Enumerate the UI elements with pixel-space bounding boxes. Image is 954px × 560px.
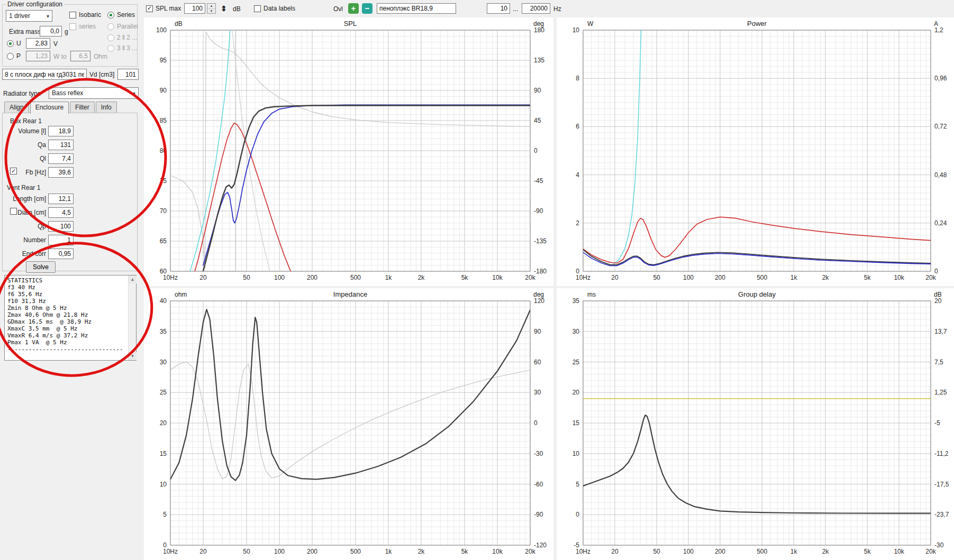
svg-text:0: 0 bbox=[576, 268, 579, 275]
length-input[interactable] bbox=[48, 194, 74, 204]
scroll-down-icon[interactable]: ▼ bbox=[129, 352, 137, 360]
statistics-line: --------------------------------- bbox=[7, 346, 126, 353]
enclosure-tab-panel: Box Rear 1 Volume [l] Qa Ql Fb [Hz] Vent… bbox=[2, 113, 138, 271]
isobaric-checkbox[interactable]: Isobaric bbox=[69, 11, 101, 19]
svg-text:60: 60 bbox=[160, 268, 167, 275]
statistics-line: f10 31,3 Hz bbox=[7, 298, 126, 305]
svg-text:2: 2 bbox=[576, 219, 579, 227]
svg-text:135: 135 bbox=[534, 57, 544, 64]
svg-text:-45: -45 bbox=[534, 177, 543, 185]
plus-icon: + bbox=[351, 4, 356, 13]
svg-text:1,25: 1,25 bbox=[934, 389, 947, 396]
svg-text:-90: -90 bbox=[534, 511, 543, 518]
three-parallel-radio[interactable]: 3 ‖ 3 ... bbox=[107, 44, 137, 52]
power-input[interactable] bbox=[26, 51, 50, 61]
driver-count-select[interactable]: 1 driver ▾ bbox=[6, 10, 52, 22]
fb-input[interactable] bbox=[48, 167, 74, 178]
svg-text:500: 500 bbox=[757, 274, 767, 281]
series-cone-excursion bbox=[232, 24, 277, 286]
series-impedance-phase bbox=[170, 362, 530, 479]
statistics-scrollbar[interactable]: ▲ ▼ bbox=[128, 276, 136, 360]
svg-text:Impedance: Impedance bbox=[333, 290, 367, 298]
statistics-content: STATISTICSf3 40 Hzf6 35,6 Hzf10 31,3 HzZ… bbox=[5, 276, 128, 360]
svg-text:1k: 1k bbox=[791, 548, 798, 555]
spl-max-checkbox[interactable]: SPL max bbox=[146, 5, 181, 12]
tab-align[interactable]: Align bbox=[4, 102, 29, 113]
svg-text:0,72: 0,72 bbox=[934, 123, 947, 130]
svg-text:180: 180 bbox=[534, 26, 544, 34]
length-label: Length [cm] bbox=[3, 195, 46, 203]
volume-input[interactable] bbox=[48, 126, 74, 136]
ql-label: Ql bbox=[3, 155, 46, 162]
two-parallel-radio[interactable]: 2 ‖ 2 ... bbox=[107, 34, 137, 41]
svg-text:-11,2: -11,2 bbox=[934, 450, 949, 457]
spl-max-input[interactable] bbox=[184, 3, 205, 14]
tab-filter[interactable]: Filter bbox=[70, 102, 95, 113]
qa-input[interactable] bbox=[48, 140, 74, 150]
parallel-radio[interactable]: Parallel bbox=[107, 23, 138, 30]
two-parallel-label: 2 ‖ 2 ... bbox=[117, 34, 137, 41]
svg-text:ms: ms bbox=[587, 291, 596, 298]
ql-input[interactable] bbox=[48, 153, 74, 164]
radiator-type-select[interactable]: Bass reflex ▾ bbox=[49, 87, 139, 99]
svg-text:-120: -120 bbox=[534, 541, 547, 549]
qp-input[interactable] bbox=[48, 221, 74, 232]
driver-name-input[interactable] bbox=[2, 69, 87, 80]
svg-text:50: 50 bbox=[243, 548, 250, 555]
data-labels-checkbox[interactable]: Data labels bbox=[254, 5, 295, 12]
power-ohm-unit: Ohm bbox=[94, 53, 107, 60]
endcorr-input[interactable] bbox=[48, 249, 74, 259]
svg-text:7,5: 7,5 bbox=[934, 359, 943, 366]
svg-text:100: 100 bbox=[274, 548, 285, 555]
freq-unit-label: Hz bbox=[553, 5, 561, 13]
scroll-up-icon[interactable]: ▲ bbox=[129, 276, 137, 283]
svg-text:20k: 20k bbox=[925, 274, 936, 281]
svg-text:5: 5 bbox=[576, 481, 579, 488]
extra-mass-input[interactable] bbox=[40, 26, 62, 36]
svg-text:100: 100 bbox=[683, 274, 694, 281]
overlay-name-input[interactable] bbox=[377, 3, 456, 14]
svg-text:30: 30 bbox=[534, 389, 541, 396]
svg-text:SPL: SPL bbox=[344, 20, 357, 27]
voltage-input[interactable] bbox=[26, 38, 50, 49]
svg-text:15: 15 bbox=[573, 419, 580, 427]
svg-text:1,2: 1,2 bbox=[934, 26, 943, 34]
power-to-label: W to bbox=[53, 53, 67, 60]
svg-text:Group delay: Group delay bbox=[738, 290, 776, 298]
svg-text:2k: 2k bbox=[418, 274, 425, 281]
svg-text:90: 90 bbox=[534, 87, 541, 94]
driver-count-value: 1 driver bbox=[9, 12, 30, 20]
solve-button[interactable]: Solve bbox=[26, 261, 56, 273]
series-impedance bbox=[170, 309, 530, 480]
series-radio[interactable]: Series bbox=[107, 11, 135, 19]
y-autoscale-button[interactable]: ⇕ bbox=[218, 3, 230, 14]
remove-overlay-button[interactable]: − bbox=[362, 3, 372, 14]
svg-text:0,96: 0,96 bbox=[934, 75, 947, 82]
series-checkbox[interactable]: series bbox=[69, 23, 96, 30]
spl-max-spinner[interactable]: ▲ ▼ bbox=[207, 3, 216, 14]
svg-text:20: 20 bbox=[611, 274, 619, 281]
freq-to-input[interactable] bbox=[522, 3, 550, 14]
add-overlay-button[interactable]: + bbox=[348, 3, 359, 14]
spin-up-icon[interactable]: ▲ bbox=[207, 4, 215, 9]
diam-input[interactable] bbox=[48, 207, 74, 218]
vd-input[interactable] bbox=[117, 69, 139, 80]
power-radio[interactable]: P bbox=[7, 52, 21, 60]
number-input[interactable] bbox=[48, 235, 74, 245]
checkbox-icon bbox=[146, 5, 153, 12]
spl-max-label: SPL max bbox=[156, 5, 181, 12]
svg-text:60: 60 bbox=[534, 359, 541, 366]
statistics-box[interactable]: STATISTICSf3 40 Hzf6 35,6 Hzf10 31,3 HzZ… bbox=[4, 275, 137, 361]
svg-text:dB: dB bbox=[934, 291, 942, 298]
tab-info[interactable]: Info bbox=[96, 102, 117, 113]
svg-text:0: 0 bbox=[534, 419, 538, 427]
tab-enclosure[interactable]: Enclosure bbox=[30, 102, 69, 114]
voltage-radio-label: U bbox=[16, 40, 21, 47]
freq-from-input[interactable] bbox=[487, 3, 510, 14]
power-ohm-input[interactable] bbox=[70, 51, 90, 61]
spin-down-icon[interactable]: ▼ bbox=[207, 9, 215, 14]
svg-text:20: 20 bbox=[573, 389, 580, 396]
ovl-label: Ovl bbox=[333, 5, 343, 13]
voltage-radio[interactable]: U bbox=[7, 40, 21, 47]
number-label: Number bbox=[3, 236, 46, 244]
